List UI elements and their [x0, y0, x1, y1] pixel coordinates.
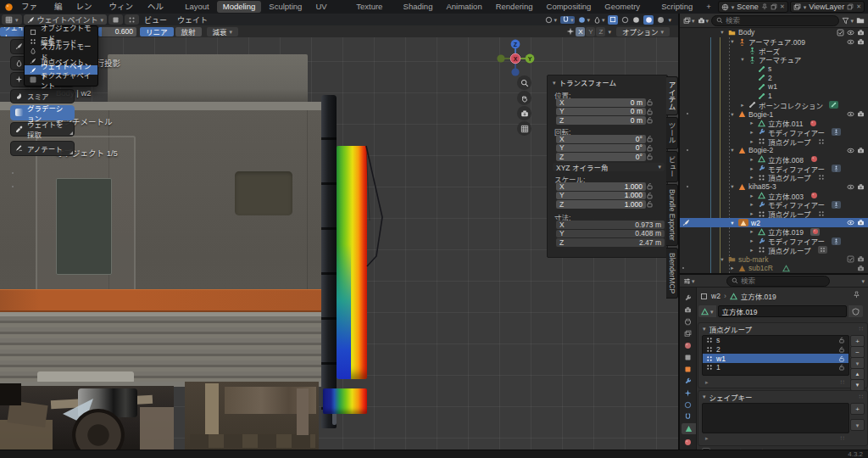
tab-bundle-exporter[interactable]: Bundle Exporter	[666, 184, 678, 246]
axis-gizmo[interactable]: Z Y X	[490, 37, 544, 81]
snap-toggle[interactable]: ▾	[560, 16, 576, 24]
outliner-row-vertex-groups[interactable]: ▸ 頂点グループ	[680, 246, 868, 255]
tab-view-layer[interactable]	[682, 328, 694, 339]
menu-item-texture-paint[interactable]: テクスチャペイント	[25, 75, 97, 84]
lock-icon[interactable]	[646, 144, 654, 152]
menu-window[interactable]: ウィンドウ	[103, 0, 142, 14]
shading-rendered-icon[interactable]	[657, 16, 665, 24]
chevron-down-icon[interactable]: ▾	[861, 278, 865, 284]
workspace-tab-geometry-nodes[interactable]: Geometry Nodes	[598, 1, 654, 13]
vertex-group-item-w1-selected[interactable]: w1	[703, 354, 849, 363]
shape-key-specials-button[interactable]: ▾	[850, 419, 865, 431]
tab-modifiers[interactable]	[682, 376, 694, 387]
viewlayer-selector[interactable]: ▾ ViewLayer ✕	[790, 1, 865, 13]
camera-visibility-icon[interactable]	[857, 255, 865, 263]
tab-particles[interactable]	[682, 388, 694, 399]
display-mode-dropdown[interactable]: ▾	[683, 17, 695, 25]
tab-physics[interactable]	[682, 399, 694, 411]
editor-type-button[interactable]: ▾	[683, 277, 695, 285]
scale-y-field[interactable]: Y1.000	[556, 192, 646, 200]
list-expand-icon[interactable]: ▸	[705, 435, 709, 442]
menu-file[interactable]: ファイル	[16, 0, 49, 14]
breadcrumb-object[interactable]: w2	[711, 292, 721, 300]
eye-icon[interactable]	[847, 183, 854, 191]
workspace-tab-texture-paint[interactable]: Texture Paint	[350, 1, 395, 13]
outliner-row-bone-w1[interactable]: w1	[680, 82, 868, 92]
close-icon[interactable]: ✕	[780, 3, 785, 10]
outliner-search-input[interactable]	[726, 16, 834, 25]
outliner-row-vertex-groups[interactable]: ▸ 頂点グループ	[680, 173, 868, 182]
camera-visibility-icon[interactable]	[857, 147, 865, 154]
add-workspace-button[interactable]: +	[700, 1, 717, 13]
chevron-down-icon[interactable]: ▾	[668, 17, 671, 23]
vertex-group-specials-button[interactable]: ▾	[850, 357, 865, 369]
grip-icon[interactable]: ∷	[860, 394, 863, 400]
vertex-group-item-2[interactable]: 2	[703, 345, 849, 355]
eye-icon[interactable]	[847, 38, 854, 46]
pan-button[interactable]	[517, 91, 531, 105]
camera-view-button[interactable]	[517, 106, 531, 120]
workspace-tab-modeling[interactable]: Modeling	[217, 1, 262, 13]
outliner-row-armature-data[interactable]: ▾ アーマチュア	[680, 55, 868, 64]
menu-weights[interactable]: ウェイト	[172, 14, 213, 25]
outliner-search[interactable]	[711, 15, 839, 26]
lock-icon[interactable]	[646, 192, 654, 199]
outliner-row-bone-s[interactable]: s	[680, 64, 868, 74]
workspace-tab-sculpting[interactable]: Sculpting	[263, 1, 308, 13]
move-group-down-button[interactable]: ▼	[850, 379, 865, 391]
outliner-row-sub-mark[interactable]: ▾ sub-mark	[680, 254, 868, 264]
zoom-button[interactable]	[517, 75, 531, 90]
tab-constraints[interactable]	[682, 411, 694, 422]
camera-visibility-icon[interactable]	[857, 110, 865, 118]
workspace-tab-animation[interactable]: Animation	[440, 1, 487, 13]
mirror-z-toggle[interactable]: Z	[596, 27, 605, 36]
properties-search-input[interactable]	[741, 276, 825, 285]
camera-visibility-icon[interactable]	[857, 219, 865, 226]
camera-visibility-icon[interactable]	[857, 265, 865, 272]
remove-vertex-group-button[interactable]: −	[850, 346, 865, 358]
checkbox-icon[interactable]	[847, 255, 854, 263]
tab-material[interactable]	[682, 437, 694, 448]
menu-view[interactable]: ビュー	[139, 14, 172, 25]
menu-item-object-mode[interactable]: オブジェクトモード	[25, 27, 97, 36]
3d-viewport[interactable]: ライト・平行投影 Body | w2 センチメートル オブジェクト 1/5 ドロ…	[0, 37, 678, 450]
rotation-y-field[interactable]: Y0°	[556, 144, 646, 153]
chevron-down-icon[interactable]: ▾	[608, 29, 611, 35]
filter-type-dropdown[interactable]: ▾	[698, 17, 709, 25]
fake-user-button[interactable]	[849, 305, 863, 317]
workspace-tab-scripting[interactable]: Scripting	[655, 1, 698, 13]
location-z-field[interactable]: Z0 m	[556, 116, 646, 125]
data-type-dropdown[interactable]: ▾	[698, 305, 716, 317]
vertex-group-item-1[interactable]: 1	[703, 363, 849, 372]
perspective-toggle-button[interactable]	[517, 121, 531, 136]
close-icon[interactable]: ✕	[856, 3, 861, 10]
tool-smear[interactable]: スミア	[10, 89, 75, 104]
tab-scene[interactable]	[682, 352, 694, 363]
location-x-field[interactable]: X0 m	[556, 98, 646, 107]
data-name-field[interactable]: 立方体.019	[718, 305, 847, 317]
tool-annotate[interactable]: アノテート	[10, 141, 75, 156]
eye-icon[interactable]	[847, 219, 854, 226]
workspace-tab-rendering[interactable]: Rendering	[490, 1, 539, 13]
camera-visibility-icon[interactable]	[857, 29, 865, 36]
camera-visibility-icon[interactable]	[857, 183, 865, 191]
add-vertex-group-button[interactable]: +	[850, 335, 865, 347]
copy-icon[interactable]	[847, 3, 854, 10]
list-expand-icon[interactable]: ▸	[705, 379, 709, 386]
breadcrumb-data[interactable]: 立方体.019	[741, 291, 776, 301]
menu-edit[interactable]: 編集	[49, 0, 70, 14]
outliner-row-bone-2[interactable]: 2	[680, 73, 868, 82]
falloff-shape-button[interactable]: ▾	[593, 16, 605, 24]
mirror-y-toggle[interactable]: Y	[586, 27, 595, 36]
paint-mask-vertex-toggle[interactable]	[125, 14, 139, 25]
list-resize-grip[interactable]: ∷	[841, 435, 844, 442]
camera-visibility-icon[interactable]	[857, 38, 865, 46]
lock-icon[interactable]	[646, 153, 654, 160]
shape-keys-header[interactable]: ▾ シェイプキー ∷	[698, 391, 867, 402]
dimensions-y-field[interactable]: Y0.408 m	[556, 230, 665, 238]
workspace-tab-layout[interactable]: Layout	[179, 1, 215, 13]
lock-icon[interactable]	[838, 355, 845, 362]
shading-wireframe-icon[interactable]	[621, 16, 629, 24]
outliner-row-vertex-groups[interactable]: ▸ 頂点グループ	[680, 137, 868, 146]
scale-z-field[interactable]: Z1.000	[556, 200, 646, 209]
